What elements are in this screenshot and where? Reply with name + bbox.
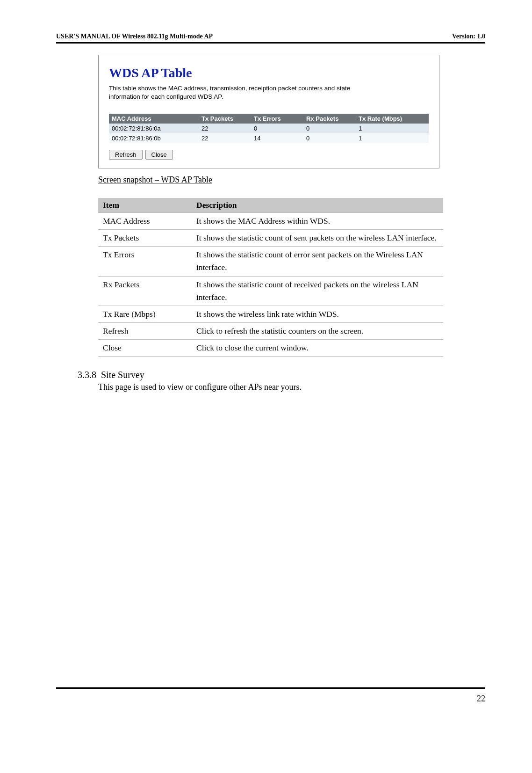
cell-mac: 00:02:72:81:86:0b [109, 133, 199, 143]
col-txerrors: Tx Errors [251, 114, 303, 124]
desc-text: It shows the statistic count of received… [192, 276, 443, 306]
header-right: Version: 1.0 [452, 33, 485, 40]
desc-item: MAC Address [98, 213, 192, 230]
desc-head-item: Item [98, 198, 192, 213]
content: WDS AP Table This table shows the MAC ad… [98, 55, 485, 392]
desc-row: Tx Rare (Mbps) It shows the wireless lin… [98, 306, 443, 322]
cell-rate: 1 [356, 133, 429, 143]
desc-header-row: Item Description [98, 198, 443, 213]
cell-rxp: 0 [303, 124, 356, 133]
desc-item: Tx Errors [98, 247, 192, 276]
desc-row: MAC Address It shows the MAC Address wit… [98, 213, 443, 230]
cell-rate: 1 [356, 124, 429, 133]
page-number: 22 [477, 694, 485, 704]
desc-head-desc: Description [192, 198, 443, 213]
button-row: Refresh Close [109, 150, 429, 160]
desc-item: Close [98, 340, 192, 357]
desc-item: Refresh [98, 322, 192, 339]
desc-row: Close Click to close the current window. [98, 340, 443, 357]
desc-item: Tx Rare (Mbps) [98, 306, 192, 322]
header-rule [56, 42, 485, 44]
description-table: Item Description MAC Address It shows th… [98, 198, 443, 357]
footer-rule [56, 687, 485, 689]
desc-item: Rx Packets [98, 276, 192, 306]
section-body: This page is used to view or configure o… [98, 382, 485, 392]
screenshot-caption: Screen snapshot – WDS AP Table [98, 175, 485, 185]
desc-text: It shows the MAC Address within WDS. [192, 213, 443, 230]
cell-txe: 14 [251, 133, 303, 143]
cell-txp: 22 [199, 124, 251, 133]
col-rxpackets: Rx Packets [303, 114, 356, 124]
desc-row: Tx Errors It shows the statistic count o… [98, 247, 443, 276]
col-txpackets: Tx Packets [199, 114, 251, 124]
col-txrate: Tx Rate (Mbps) [356, 114, 429, 124]
desc-text: Click to close the current window. [192, 340, 443, 357]
section-heading: 3.3.8 Site Survey [78, 370, 485, 380]
section-title: Site Survey [101, 370, 144, 380]
page: USER'S MANUAL OF Wireless 802.11g Multi-… [0, 0, 532, 721]
desc-text: Click to refresh the statistic counters … [192, 322, 443, 339]
desc-row: Tx Packets It shows the statistic count … [98, 230, 443, 247]
intro-line-1: This table shows the MAC address, transm… [109, 85, 350, 92]
screenshot-frame: WDS AP Table This table shows the MAC ad… [98, 55, 439, 168]
header-left: USER'S MANUAL OF Wireless 802.11g Multi-… [56, 33, 213, 40]
wds-data-table: MAC Address Tx Packets Tx Errors Rx Pack… [109, 114, 429, 143]
cell-txe: 0 [251, 124, 303, 133]
table-row: 00:02:72:81:86:0a 22 0 0 1 [109, 124, 429, 133]
desc-row: Refresh Click to refresh the statistic c… [98, 322, 443, 339]
screenshot-intro: This table shows the MAC address, transm… [109, 84, 429, 101]
desc-text: It shows the statistic count of sent pac… [192, 230, 443, 247]
refresh-button[interactable]: Refresh [109, 150, 143, 160]
desc-text: It shows the wireless link rate within W… [192, 306, 443, 322]
section-number: 3.3.8 [78, 370, 96, 380]
col-mac: MAC Address [109, 114, 199, 124]
table-header-row: MAC Address Tx Packets Tx Errors Rx Pack… [109, 114, 429, 124]
cell-mac: 00:02:72:81:86:0a [109, 124, 199, 133]
table-row: 00:02:72:81:86:0b 22 14 0 1 [109, 133, 429, 143]
intro-line-2: information for each configured WDS AP. [109, 93, 223, 100]
page-header: USER'S MANUAL OF Wireless 802.11g Multi-… [56, 33, 485, 40]
desc-row: Rx Packets It shows the statistic count … [98, 276, 443, 306]
cell-txp: 22 [199, 133, 251, 143]
cell-rxp: 0 [303, 133, 356, 143]
close-button[interactable]: Close [145, 150, 173, 160]
screenshot-title: WDS AP Table [109, 66, 429, 80]
desc-item: Tx Packets [98, 230, 192, 247]
desc-text: It shows the statistic count of error se… [192, 247, 443, 276]
